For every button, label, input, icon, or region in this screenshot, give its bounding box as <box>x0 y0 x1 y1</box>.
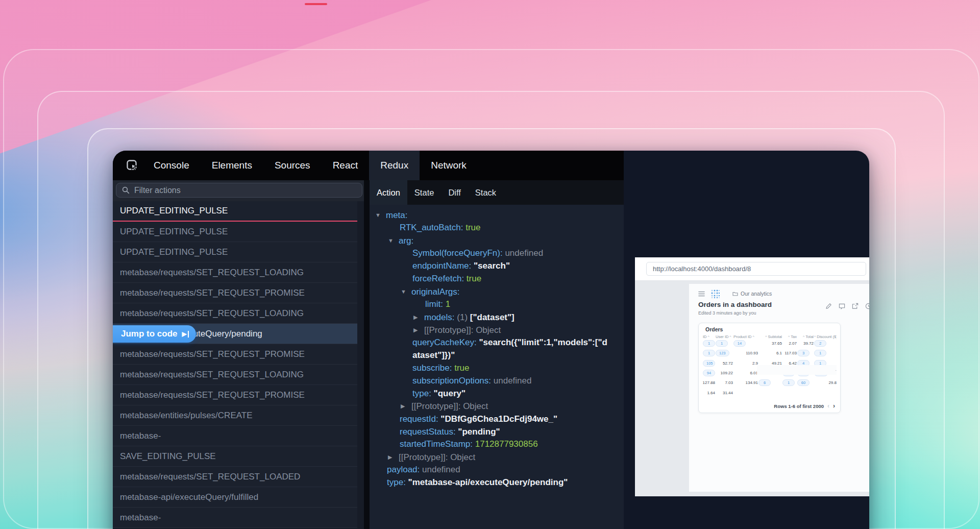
table-cell: 1 <box>716 339 733 348</box>
action-rows: UPDATE_EDITING_PULSEUPDATE_EDITING_PULSE… <box>113 201 364 528</box>
tree-line: requestId: "DBfGg6Chea1DcFdj94we_" <box>370 413 608 426</box>
table-cell: 123 <box>716 348 733 358</box>
table-cell: 1 <box>703 339 715 348</box>
orders-table-footer: Rows 1-6 of first 2000 ‹ › <box>774 403 835 409</box>
tree-line: subscribe: true <box>370 362 608 375</box>
subtab-action[interactable]: Action <box>370 180 407 205</box>
tree-value: "DBfGg6Chea1DcFdj94we_" <box>440 414 557 424</box>
next-page-icon[interactable]: › <box>833 403 835 409</box>
inspector-subtabs: ActionStateDiffStack <box>370 180 624 205</box>
action-row[interactable]: metabase- <box>113 508 357 528</box>
tree-value: Object <box>463 401 488 411</box>
chevron-down-icon[interactable]: ▼ <box>375 209 386 222</box>
id-badge: 3 <box>797 350 810 356</box>
action-row[interactable]: metabase- <box>113 426 357 446</box>
tab-console[interactable]: Console <box>142 151 201 180</box>
action-json-tree: ▼meta:RTK_autoBatch: true▼arg:Symbol(for… <box>370 205 624 495</box>
action-row[interactable]: UPDATE_EDITING_PULSE <box>113 242 357 262</box>
breadcrumb-label: Our analytics <box>741 291 772 297</box>
prev-page-icon[interactable]: ‹ <box>827 403 829 409</box>
table-cell: 94 <box>703 368 715 378</box>
tree-value: undefined <box>505 248 543 258</box>
url-input[interactable]: http://localhost:4000/dashboard/8 <box>646 262 866 276</box>
dashboard-nav: Our analytics <box>698 289 772 298</box>
folder-icon <box>732 291 738 296</box>
tree-value: Object <box>450 452 475 462</box>
table-cell: 6.1 <box>758 348 782 358</box>
chevron-right-icon[interactable]: ▶ <box>413 324 424 336</box>
action-row[interactable]: metabase-api/executeQuery/fulfilled <box>113 487 357 508</box>
filter-placeholder: Filter actions <box>134 186 181 195</box>
table-cell: 14 <box>733 339 758 348</box>
action-row[interactable]: metabase/requests/SET_REQUEST_PROMISE <box>113 283 357 303</box>
table-cell: 134.91 <box>733 378 758 388</box>
clock-icon[interactable] <box>865 303 869 309</box>
tree-line: requestStatus: "pending" <box>370 426 608 439</box>
action-row[interactable]: metabase/requests/SET_REQUEST_LOADING <box>113 262 357 283</box>
id-badge: 94 <box>703 370 715 376</box>
id-badge: 123 <box>716 350 729 356</box>
action-row[interactable]: metabase/requests/SET_REQUEST_LOADED <box>113 467 357 487</box>
subtab-state[interactable]: State <box>407 180 442 205</box>
table-cell: 7.03 <box>716 378 733 388</box>
id-badge: 1 <box>703 350 715 356</box>
chevron-right-icon[interactable]: ▶ <box>413 311 424 324</box>
metabase-logo[interactable] <box>710 289 720 298</box>
tree-key: subscriptionOptions: <box>412 376 491 386</box>
tab-sources[interactable]: Sources <box>263 151 322 180</box>
sharing-icon[interactable] <box>839 303 845 309</box>
subtab-diff[interactable]: Diff <box>441 180 468 205</box>
action-row[interactable]: metabase/requests/SET_REQUEST_LOADING <box>113 303 357 324</box>
tree-key: endpointName: <box>412 261 471 271</box>
tree-value: "pending" <box>458 427 500 437</box>
sort-caret-icon: ^ <box>751 335 754 339</box>
panel-divider[interactable] <box>364 180 370 529</box>
tab-redux[interactable]: Redux <box>369 151 420 180</box>
tree-key: arg: <box>399 236 413 246</box>
action-row[interactable]: metabase/requests/SET_REQUEST_LOADING <box>113 365 357 385</box>
tab-elements[interactable]: Elements <box>201 151 263 180</box>
chevron-right-icon[interactable]: ▶ <box>401 400 411 413</box>
orders-table-card: Orders ID ^User ID ^Product ID ^^ Subtot… <box>698 323 841 413</box>
tree-line: endpointName: "search" <box>370 260 608 273</box>
filter-actions-input[interactable]: Filter actions <box>116 183 362 198</box>
chevron-down-icon[interactable]: ▼ <box>401 285 411 298</box>
tree-value: "search" <box>474 261 510 271</box>
devtools-window: ConsoleElementsSourcesReactReduxNetwork … <box>113 151 869 529</box>
id-badge: 6 <box>758 379 771 386</box>
chevron-down-icon[interactable]: ▼ <box>388 234 399 247</box>
tab-react[interactable]: React <box>322 151 370 180</box>
skip-to-code-icon: ▶ <box>182 331 189 338</box>
tree-line: startedTimeStamp: 1712877930856 <box>370 438 608 451</box>
devtools-tabbar: ConsoleElementsSourcesReactReduxNetwork <box>113 151 624 180</box>
action-row[interactable]: metabase/requests/SET_REQUEST_PROMISE <box>113 344 357 365</box>
tree-key: [[Prototype]]: <box>399 452 448 462</box>
tree-value: "metabase-api/executeQuery/pending" <box>408 477 568 487</box>
export-icon[interactable] <box>852 303 859 309</box>
action-row[interactable]: UPDATE_EDITING_PULSE <box>113 201 357 222</box>
tab-network[interactable]: Network <box>420 151 478 180</box>
tree-key: payload: <box>387 465 420 474</box>
table-cell: 109.22 <box>716 368 733 378</box>
breadcrumb[interactable]: Our analytics <box>732 291 772 297</box>
tree-key: meta: <box>386 210 408 220</box>
jump-to-code-button[interactable]: Jump to code ▶ <box>113 325 196 343</box>
sort-caret-icon: ^ <box>788 335 791 339</box>
sort-caret-icon: ^ <box>728 335 731 339</box>
action-row[interactable]: metabase/entities/pulses/CREATE <box>113 405 357 426</box>
tree-line: payload: undefined <box>370 464 608 476</box>
chevron-right-icon[interactable]: ▶ <box>388 451 399 464</box>
jump-to-code-label: Jump to code <box>121 329 178 339</box>
subtab-stack[interactable]: Stack <box>468 180 503 205</box>
tree-value: "query" <box>434 389 465 398</box>
table-cell: 60 <box>797 378 814 388</box>
edit-pencil-icon[interactable] <box>825 303 832 309</box>
sort-caret-icon: ^ <box>707 335 709 339</box>
id-badge: 14 <box>733 340 746 347</box>
action-row[interactable]: SAVE_EDITING_PULSE <box>113 446 357 467</box>
action-row[interactable]: metabase/requests/SET_REQUEST_PROMISE <box>113 385 357 405</box>
hamburger-menu-icon[interactable] <box>698 291 705 297</box>
inspect-element-icon[interactable] <box>122 159 142 173</box>
action-row[interactable]: UPDATE_EDITING_PULSE <box>113 222 357 242</box>
tree-value: ["dataset"] <box>470 312 514 322</box>
